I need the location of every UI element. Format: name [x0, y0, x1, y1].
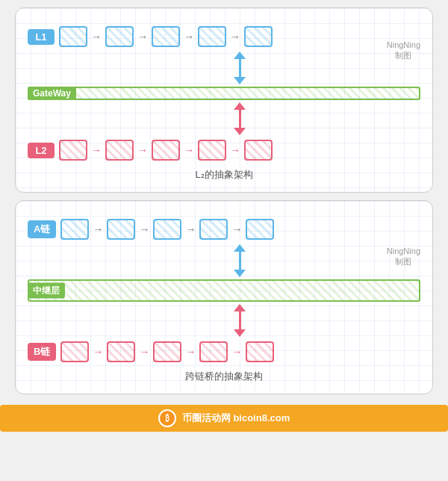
footer-bar: ₿ 币圈活动网 bicoin8.com: [0, 405, 448, 432]
stem-pink-3: [239, 311, 241, 320]
l2-block-1: [59, 140, 87, 161]
l1-block-5: [244, 26, 273, 47]
arrow-stem-blue-1: [239, 59, 241, 68]
relay-b-arrow: [28, 304, 420, 337]
l1-block-2: [105, 26, 134, 47]
l1-block-4: [198, 26, 226, 47]
double-arrow-blue-2: [228, 244, 251, 277]
a-block-4: [199, 219, 228, 240]
gateway-row: GateWay: [28, 87, 420, 100]
a-chain-blocks: → → → →: [60, 219, 420, 240]
arrow-down-pink: [234, 128, 246, 135]
relay-label: 中继层: [28, 283, 65, 299]
stem-blue-3: [239, 252, 241, 261]
watermark-1: NingNing 制图: [387, 40, 420, 61]
diagram1-caption: L₂的抽象架构: [28, 168, 420, 181]
diagram1-container: NingNing 制图 L1 → → → → GateWay: [15, 7, 433, 193]
arrow-up-blue-2: [234, 244, 246, 252]
arrow-down-blue: [234, 77, 246, 84]
arrow-down-blue-2: [234, 270, 246, 277]
a-block-3: [153, 219, 181, 240]
l1-label: L1: [28, 29, 55, 45]
a-chain-row: A链 → → → →: [28, 219, 420, 240]
watermark-2: NingNing 制图: [387, 246, 420, 267]
a-block-2: [107, 219, 135, 240]
b-block-2: [107, 341, 135, 362]
a-arrow-2: →: [139, 223, 149, 235]
b-block-4: [199, 341, 228, 362]
l1-row: L1 → → → →: [28, 26, 420, 47]
l2-block-5: [244, 140, 273, 161]
relay-bar: 中继层: [28, 279, 420, 302]
arrow-2: →: [137, 31, 148, 43]
b-chain-blocks: → → → →: [60, 341, 420, 362]
l2-arrow-2: →: [137, 144, 148, 156]
l2-label: L2: [28, 143, 55, 158]
b-arrow-3: →: [185, 346, 196, 358]
a-arrow-4: →: [231, 223, 242, 235]
coin-icon: ₿: [158, 409, 176, 427]
b-chain-row: B链 → → → →: [28, 341, 420, 362]
l1-blocks: → → → →: [59, 26, 420, 47]
b-arrow-2: →: [139, 346, 149, 358]
footer-text: 币圈活动网 bicoin8.com: [182, 412, 290, 425]
double-arrow-pink: [228, 102, 251, 135]
arrow-stem-pink-1: [239, 110, 241, 119]
a-arrow-1: →: [93, 223, 103, 235]
b-block-3: [153, 341, 181, 362]
gateway-bar: GateWay: [28, 87, 420, 100]
stem-blue-4: [239, 261, 241, 270]
b-arrow-1: →: [93, 346, 103, 358]
arrow-down-pink-2: [234, 329, 246, 337]
l2-arrow-4: →: [230, 144, 240, 156]
arrow-4: →: [230, 31, 240, 43]
arrow-up-pink-2: [234, 304, 246, 311]
l2-row: L2 → → → →: [28, 140, 420, 161]
l1-l2-arrow: [28, 52, 420, 84]
diagram2-container: NingNing 制图 A链 → → → → 中继层: [15, 200, 433, 394]
l1-block-3: [152, 26, 180, 47]
l2-arrow-1: →: [91, 144, 102, 156]
arrow-3: →: [184, 31, 194, 43]
gateway-label: GateWay: [28, 87, 76, 100]
arrow-up-pink: [234, 102, 246, 110]
b-arrow-4: →: [231, 346, 242, 358]
stem-pink-4: [239, 320, 241, 329]
a-chain-label: A链: [28, 220, 56, 238]
l1-block-1: [59, 26, 87, 47]
l2-block-4: [198, 140, 226, 161]
double-arrow-blue: [228, 52, 251, 84]
l2-blocks: → → → →: [59, 140, 420, 161]
l2-arrow-3: →: [184, 144, 194, 156]
b-chain-label: B链: [28, 343, 56, 361]
l2-block-3: [152, 140, 180, 161]
diagram2-caption: 跨链桥的抽象架构: [28, 370, 420, 383]
gateway-l2-arrow: [28, 102, 420, 135]
arrow-up-blue: [234, 52, 246, 59]
a-relay-arrow: [28, 244, 420, 277]
a-block-5: [246, 219, 274, 240]
double-arrow-pink-2: [228, 304, 251, 337]
arrow-stem-pink-2: [239, 119, 241, 128]
arrow-stem-blue-2: [239, 68, 241, 77]
a-arrow-3: →: [185, 223, 196, 235]
b-block-5: [246, 341, 274, 362]
l2-block-2: [105, 140, 134, 161]
a-block-1: [60, 219, 89, 240]
arrow-1: →: [91, 31, 102, 43]
b-block-1: [60, 341, 89, 362]
relay-row: 中继层: [28, 279, 420, 302]
